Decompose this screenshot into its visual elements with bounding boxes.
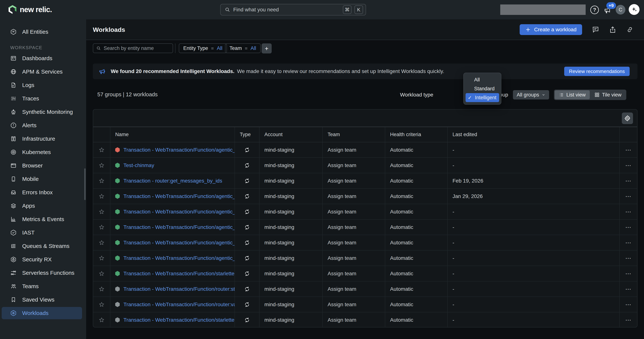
- workload-name-link[interactable]: Transaction - WebTransaction/Function/ag…: [124, 209, 234, 215]
- sidebar-item-queues-streams[interactable]: Queues & Streams: [2, 240, 82, 252]
- row-actions-menu[interactable]: ⋯: [625, 193, 632, 200]
- favorite-star-icon[interactable]: [99, 302, 104, 308]
- workload-name-link[interactable]: Transaction - WebTransaction/Function/ag…: [124, 240, 234, 246]
- team-cell[interactable]: Assign team: [323, 266, 385, 281]
- workload-type-option-intelligent[interactable]: ✓Intelligent: [466, 93, 499, 102]
- workload-name-link[interactable]: Transaction - WebTransaction/Function/ro…: [124, 286, 234, 292]
- sidebar-item-metrics-events[interactable]: Metrics & Events: [2, 213, 82, 225]
- workload-name-link[interactable]: Transaction - WebTransaction/Function/ro…: [124, 302, 234, 308]
- favorite-star-icon[interactable]: [99, 147, 104, 153]
- sidebar-item-traces[interactable]: Traces: [2, 92, 82, 105]
- row-actions-menu[interactable]: ⋯: [625, 208, 632, 215]
- team-filter[interactable]: Team = All: [225, 43, 261, 53]
- sidebar-item-synthetic-monitoring[interactable]: Synthetic Monitoring: [2, 106, 82, 118]
- team-cell[interactable]: Assign team: [323, 204, 385, 219]
- entity-search-input[interactable]: [104, 45, 170, 51]
- column-header-team[interactable]: Team: [323, 127, 385, 142]
- sidebar-item-apm-services[interactable]: APM & Services: [2, 65, 82, 78]
- group-select[interactable]: All groups: [513, 90, 549, 99]
- review-recommendations-button[interactable]: Review recommendations: [564, 67, 630, 76]
- global-search[interactable]: ⌘ K: [220, 4, 366, 15]
- logo[interactable]: new relic.: [8, 5, 52, 14]
- team-cell[interactable]: Assign team: [323, 235, 385, 250]
- favorite-star-icon[interactable]: [99, 255, 104, 261]
- favorite-star-icon[interactable]: [99, 224, 104, 230]
- sidebar-item-dashboards[interactable]: Dashboards: [2, 52, 82, 64]
- favorite-star-icon[interactable]: [99, 193, 104, 199]
- column-header-last-edited[interactable]: Last edited: [448, 127, 620, 142]
- sidebar-item-iast[interactable]: IAST: [2, 227, 82, 239]
- favorite-star-icon[interactable]: [99, 209, 104, 215]
- team-cell[interactable]: Assign team: [323, 251, 385, 266]
- workload-name-link[interactable]: Transaction - WebTransaction/Function/st…: [124, 317, 234, 323]
- team-cell[interactable]: Assign team: [323, 142, 385, 157]
- sidebar-item-security-rx[interactable]: Security RX: [2, 253, 82, 266]
- sidebar-item-serverless-functions[interactable]: Serverless Functions: [2, 267, 82, 279]
- copy-link-icon[interactable]: [626, 26, 634, 33]
- sidebar-item-kubernetes[interactable]: Kubernetes: [2, 146, 82, 158]
- ai-assistant-button[interactable]: [629, 4, 640, 15]
- share-export-icon[interactable]: [609, 26, 616, 33]
- sidebar-item-logs[interactable]: Logs: [2, 79, 82, 91]
- team-cell[interactable]: Assign team: [323, 297, 385, 312]
- entity-search[interactable]: [93, 43, 173, 53]
- workload-name-link[interactable]: Transaction - WebTransaction/Function/st…: [124, 271, 234, 277]
- favorite-star-icon[interactable]: [99, 271, 104, 277]
- column-header-account[interactable]: Account: [260, 127, 323, 142]
- tile-view-toggle[interactable]: Tile view: [590, 90, 626, 99]
- notification-count-badge[interactable]: +9: [606, 2, 616, 9]
- sidebar-item-workloads[interactable]: Workloads: [2, 307, 82, 319]
- team-cell[interactable]: Assign team: [323, 173, 385, 188]
- workload-name-link[interactable]: Test-chinmay: [124, 162, 154, 168]
- row-actions-menu[interactable]: ⋯: [625, 255, 632, 262]
- workload-name-link[interactable]: Transaction - WebTransaction/Function/ag…: [124, 193, 234, 199]
- row-actions-menu[interactable]: ⋯: [625, 162, 632, 169]
- row-actions-menu[interactable]: ⋯: [625, 224, 632, 231]
- column-header-type[interactable]: Type: [235, 127, 260, 142]
- entity-type-filter[interactable]: Entity Type = All: [179, 43, 227, 53]
- column-header-name[interactable]: Name: [110, 127, 235, 142]
- workload-type-option-standard[interactable]: Standard: [466, 84, 499, 93]
- row-actions-menu[interactable]: ⋯: [625, 146, 632, 153]
- help-icon[interactable]: ?: [590, 5, 599, 14]
- workload-name-link[interactable]: Transaction - WebTransaction/Function/ag…: [124, 147, 234, 153]
- team-cell[interactable]: Assign team: [323, 189, 385, 204]
- favorite-star-icon[interactable]: [99, 317, 104, 323]
- column-header-health-criteria[interactable]: Health criteria: [385, 127, 448, 142]
- sidebar-item-mobile[interactable]: Mobile: [2, 173, 82, 185]
- create-workload-button[interactable]: Create a workload: [520, 24, 582, 35]
- workload-name-link[interactable]: Transaction - WebTransaction/Function/ag…: [124, 255, 234, 261]
- team-cell[interactable]: Assign team: [323, 158, 385, 173]
- favorite-star-icon[interactable]: [99, 162, 104, 168]
- row-actions-menu[interactable]: ⋯: [625, 239, 632, 246]
- favorite-star-icon[interactable]: [99, 178, 104, 184]
- sidebar-item-infrastructure[interactable]: Infrastructure: [2, 133, 82, 145]
- sidebar-scrollbar[interactable]: [84, 168, 86, 200]
- row-actions-menu[interactable]: ⋯: [625, 286, 632, 293]
- team-cell[interactable]: Assign team: [323, 282, 385, 297]
- sidebar-item-errors-inbox[interactable]: Errors Inbox: [2, 186, 82, 199]
- feedback-comment-icon[interactable]: [592, 26, 599, 33]
- team-cell[interactable]: Assign team: [323, 220, 385, 235]
- workload-name-link[interactable]: Transaction - WebTransaction/Function/ag…: [124, 224, 234, 230]
- row-actions-menu[interactable]: ⋯: [625, 317, 632, 324]
- sidebar-item-browser[interactable]: Browser: [2, 159, 82, 172]
- sidebar-item-apps[interactable]: Apps: [2, 200, 82, 212]
- workload-type-option-all[interactable]: All: [466, 75, 499, 84]
- table-settings-button[interactable]: [622, 112, 633, 124]
- add-filter-button[interactable]: +: [262, 43, 272, 53]
- list-view-toggle[interactable]: List view: [555, 90, 590, 99]
- user-avatar[interactable]: C: [616, 5, 625, 14]
- team-cell[interactable]: Assign team: [323, 312, 385, 328]
- sidebar-item-saved-views[interactable]: Saved Views: [2, 294, 82, 306]
- sidebar-item-alerts[interactable]: Alerts: [2, 119, 82, 131]
- sidebar-item-teams[interactable]: Teams: [2, 280, 82, 293]
- favorite-star-icon[interactable]: [99, 286, 104, 292]
- row-actions-menu[interactable]: ⋯: [625, 270, 632, 277]
- global-search-input[interactable]: [233, 7, 340, 13]
- sidebar-item-all-entities[interactable]: All Entities: [2, 26, 82, 38]
- favorite-star-icon[interactable]: [99, 240, 104, 246]
- row-actions-menu[interactable]: ⋯: [625, 301, 632, 308]
- row-actions-menu[interactable]: ⋯: [625, 177, 632, 184]
- workload-name-link[interactable]: Transaction - router:get_messages_by_ids: [124, 178, 222, 184]
